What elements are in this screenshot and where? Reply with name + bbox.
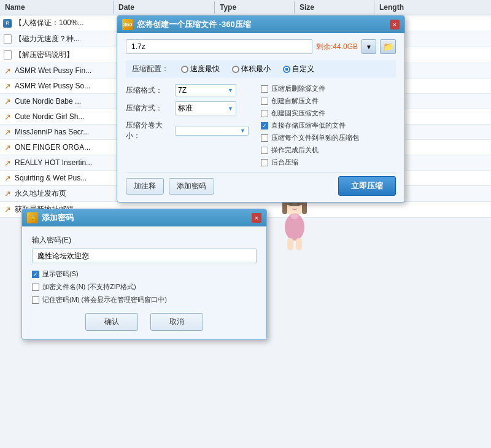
compress-now-button[interactable]: 立即压缩 (338, 176, 396, 196)
compress-cb-store-low[interactable]: ✓ 直接存储压缩率低的文件 (261, 121, 396, 130)
compress-cb-separate[interactable]: 压缩每个文件到单独的压缩包 (261, 133, 396, 142)
compress-cb-delete-source[interactable]: 压缩后删除源文件 (261, 84, 396, 93)
compress-format-label: 压缩格式： (126, 85, 175, 96)
compress-folder-button[interactable]: 📁 (380, 39, 396, 54)
compress-cb-solid-label: 创建固实压缩文件 (271, 109, 325, 118)
compress-mode-smallest-radio[interactable] (232, 66, 239, 73)
password-dialog-titlebar: 🔒 添加密码 × (22, 209, 266, 226)
compress-volume-arrow: ▼ (240, 128, 246, 134)
password-cb-remember-box[interactable] (32, 296, 39, 304)
compress-dialog-body: 剩余:44.0GB ▼ 📁 压缩配置： 速度最快 体积最小 自定义 (117, 33, 404, 202)
compress-filename-row: 剩余:44.0GB ▼ 📁 (126, 39, 396, 54)
password-title-icon: 🔒 (27, 212, 38, 223)
compress-mode-row: 压缩配置： 速度最快 体积最小 自定义 (126, 60, 396, 78)
compress-bottom-left: 加注释 添加密码 (126, 178, 214, 195)
file-list-header: Name Date Type Size Length (0, 0, 491, 15)
password-cancel-button[interactable]: 取消 (150, 313, 203, 331)
password-cb-encrypt-name-label: 加密文件名(N) (不支持ZIP格式) (42, 282, 136, 292)
compress-method-arrow: ▼ (228, 106, 233, 112)
compress-cb-solid[interactable]: 创建固实压缩文件 (261, 109, 396, 118)
password-cb-encrypt-name[interactable]: 加密文件名(N) (不支持ZIP格式) (32, 282, 257, 292)
compress-format-select[interactable]: 7Z ▼ (175, 84, 236, 96)
compress-add-password-button[interactable]: 添加密码 (169, 178, 214, 195)
password-cb-show-label: 显示密码(S) (42, 269, 79, 279)
compress-volume-label: 压缩分卷大小： (126, 120, 175, 141)
password-confirm-button[interactable]: 确认 (85, 313, 138, 331)
compress-cb-shutdown-box[interactable] (261, 147, 268, 154)
compress-mode-fastest-label: 速度最快 (190, 64, 220, 74)
compress-filename-input[interactable] (126, 39, 312, 54)
compress-mode-fastest[interactable]: 速度最快 (181, 64, 220, 74)
col-header-date: Date (114, 1, 215, 14)
col-header-length: Length (374, 1, 491, 14)
compress-bottom-row: 加注释 添加密码 立即压缩 (126, 172, 396, 196)
compress-cb-background-box[interactable] (261, 159, 268, 166)
password-buttons: 确认 取消 (32, 313, 257, 331)
compress-cb-background[interactable]: 后台压缩 (261, 158, 396, 167)
compress-cb-background-label: 后台压缩 (271, 158, 298, 167)
compress-volume-select[interactable]: ▼ (175, 126, 249, 136)
compress-mode-custom[interactable]: 自定义 (283, 64, 314, 74)
compress-dialog-titlebar: 360 您将创建一个压缩文件 -360压缩 × (117, 16, 404, 33)
password-cb-show[interactable]: ✓ 显示密码(S) (32, 269, 257, 279)
compress-dialog: 360 您将创建一个压缩文件 -360压缩 × 剩余:44.0GB ▼ 📁 压缩… (117, 15, 405, 203)
password-cb-remember-label: 记住密码(M) (将会显示在管理密码窗口中) (42, 295, 167, 304)
compress-mode-custom-label: 自定义 (292, 64, 314, 74)
compress-title-icon: 360 (122, 19, 133, 30)
compress-add-comment-button[interactable]: 加注释 (126, 178, 164, 195)
password-dialog: 🔒 添加密码 × 输入密码(E) ✓ 显示密码(S) 加密文件名(N) (不支持… (21, 209, 267, 340)
compress-format-value: 7Z (178, 86, 187, 95)
compress-right-options: 压缩后删除源文件 创建自解压文件 创建固实压缩文件 ✓ 直接存储压缩率低的文件 … (261, 84, 396, 167)
compress-method-value: 标准 (178, 103, 193, 114)
compress-format-row: 压缩格式： 7Z ▼ (126, 84, 255, 96)
compress-format-arrow: ▼ (228, 87, 233, 93)
compress-volume-row: 压缩分卷大小： ▼ (126, 120, 255, 141)
compress-mode-custom-radio[interactable] (283, 66, 290, 73)
compress-cb-self-extract[interactable]: 创建自解压文件 (261, 96, 396, 106)
password-cb-encrypt-name-box[interactable] (32, 284, 39, 291)
compress-cb-solid-box[interactable] (261, 110, 268, 117)
password-dialog-body: 输入密码(E) ✓ 显示密码(S) 加密文件名(N) (不支持ZIP格式) 记住… (22, 226, 266, 339)
compress-cb-separate-label: 压缩每个文件到单独的压缩包 (271, 133, 359, 142)
compress-close-button[interactable]: × (390, 20, 400, 29)
compress-mode-label: 压缩配置： (132, 64, 169, 74)
password-checkboxes: ✓ 显示密码(S) 加密文件名(N) (不支持ZIP格式) 记住密码(M) (将… (32, 269, 257, 304)
password-dialog-title: 添加密码 (42, 212, 74, 223)
compress-cb-shutdown-label: 操作完成后关机 (271, 145, 319, 155)
compress-method-label: 压缩方式： (126, 103, 175, 114)
compress-space-label: 剩余:44.0GB (316, 42, 358, 52)
compress-cb-separate-box[interactable] (261, 134, 268, 142)
password-close-button[interactable]: × (252, 213, 261, 223)
compress-mode-smallest-label: 体积最小 (241, 64, 271, 74)
compress-method-select[interactable]: 标准 ▼ (175, 101, 236, 115)
compress-mode-fastest-radio[interactable] (181, 66, 188, 73)
compress-dialog-title: 您将创建一个压缩文件 -360压缩 (137, 19, 251, 30)
password-cb-remember[interactable]: 记住密码(M) (将会显示在管理密码窗口中) (32, 295, 257, 304)
password-input[interactable] (32, 249, 257, 263)
password-cb-show-box[interactable]: ✓ (32, 271, 39, 278)
compress-options-row: 压缩格式： 7Z ▼ 压缩方式： 标准 ▼ 压缩分卷大小： (126, 84, 396, 167)
col-header-type: Type (215, 1, 295, 14)
col-header-size: Size (295, 1, 374, 14)
password-input-label: 输入密码(E) (32, 235, 257, 245)
password-dialog-title-area: 🔒 添加密码 (27, 212, 74, 223)
compress-cb-self-extract-box[interactable] (261, 98, 268, 105)
compress-dropdown-button[interactable]: ▼ (361, 39, 376, 54)
compress-cb-delete-source-box[interactable] (261, 85, 268, 93)
compress-cb-self-extract-label: 创建自解压文件 (271, 96, 319, 106)
compress-cb-delete-source-label: 压缩后删除源文件 (271, 84, 325, 93)
compress-cb-shutdown[interactable]: 操作完成后关机 (261, 145, 396, 155)
compress-mode-smallest[interactable]: 体积最小 (232, 64, 271, 74)
compress-method-row: 压缩方式： 标准 ▼ (126, 101, 255, 115)
compress-dialog-title-area: 360 您将创建一个压缩文件 -360压缩 (122, 19, 251, 30)
col-header-name: Name (0, 1, 114, 14)
compress-cb-store-low-box[interactable]: ✓ (261, 122, 268, 129)
compress-left-options: 压缩格式： 7Z ▼ 压缩方式： 标准 ▼ 压缩分卷大小： (126, 84, 255, 167)
compress-cb-store-low-label: 直接存储压缩率低的文件 (271, 121, 346, 130)
